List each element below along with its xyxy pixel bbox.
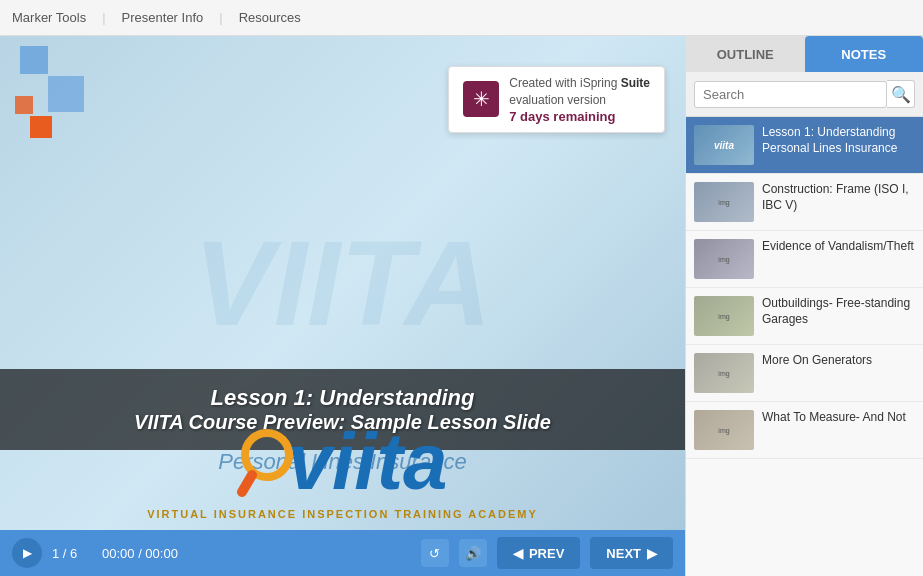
- watermark-box: ✳ Created with iSpring Suite evaluation …: [448, 66, 665, 133]
- svg-line-1: [242, 475, 252, 492]
- next-chevron: ▶: [647, 546, 657, 561]
- slide-canvas: ✳ Created with iSpring Suite evaluation …: [0, 36, 685, 530]
- lesson-label-2: Construction: Frame (ISO I, IBC V): [762, 182, 915, 213]
- next-label: NEXT: [606, 546, 641, 561]
- lesson-list: viita Lesson 1: Understanding Personal L…: [686, 117, 923, 576]
- refresh-button[interactable]: ↺: [421, 539, 449, 567]
- search-button[interactable]: 🔍: [887, 80, 915, 108]
- search-bar: 🔍: [686, 72, 923, 117]
- resources-link[interactable]: Resources: [239, 10, 301, 25]
- lesson-item-2[interactable]: img Construction: Frame (ISO I, IBC V): [686, 174, 923, 231]
- outline-tab[interactable]: OUTLINE: [686, 36, 805, 72]
- watermark-line1: Created with iSpring Suite: [509, 75, 650, 92]
- right-panel: OUTLINE NOTES 🔍 viita Lesson 1: Understa…: [685, 36, 923, 576]
- presenter-info-link[interactable]: Presenter Info: [122, 10, 204, 25]
- marker-tools-link[interactable]: Marker Tools: [12, 10, 86, 25]
- play-button[interactable]: ▶: [12, 538, 42, 568]
- lesson-thumb-5: img: [694, 353, 754, 393]
- slide-title1: Lesson 1: Understanding: [20, 385, 665, 411]
- lesson-thumb-2: img: [694, 182, 754, 222]
- viita-tagline: VIRTUAL INSURANCE INSPECTION TRAINING AC…: [147, 508, 538, 520]
- top-bar: Marker Tools | Presenter Info | Resource…: [0, 0, 923, 36]
- viita-watermark: VIITA: [194, 214, 492, 352]
- sep1: |: [102, 10, 105, 25]
- watermark-line2: evaluation version: [509, 92, 650, 109]
- lesson-item-5[interactable]: img More On Generators: [686, 345, 923, 402]
- lesson-label-5: More On Generators: [762, 353, 915, 369]
- prev-label: PREV: [529, 546, 564, 561]
- lesson-thumb-6: img: [694, 410, 754, 450]
- lesson-thumb-3: img: [694, 239, 754, 279]
- slide-counter: 1 / 6: [52, 546, 92, 561]
- search-icon: 🔍: [891, 85, 911, 104]
- lesson-thumb-1: viita: [694, 125, 754, 165]
- lesson-thumb-4: img: [694, 296, 754, 336]
- main-container: ✳ Created with iSpring Suite evaluation …: [0, 36, 923, 576]
- lesson-label-3: Evidence of Vandalism/Theft: [762, 239, 915, 255]
- magnifier-icon: [237, 420, 297, 500]
- lesson-label-6: What To Measure- And Not: [762, 410, 915, 426]
- sep2: |: [219, 10, 222, 25]
- slide-area: ✳ Created with iSpring Suite evaluation …: [0, 36, 685, 576]
- lesson-label-1: Lesson 1: Understanding Personal Lines I…: [762, 125, 915, 156]
- watermark-text-block: Created with iSpring Suite evaluation ve…: [509, 75, 650, 124]
- notes-tab[interactable]: NOTES: [805, 36, 924, 72]
- lesson-label-4: Outbuildings- Free-standing Garages: [762, 296, 915, 327]
- prev-chevron: ◀: [513, 546, 523, 561]
- time-display: 00:00 / 00:00: [102, 546, 192, 561]
- lesson-item-6[interactable]: img What To Measure- And Not: [686, 402, 923, 459]
- search-input[interactable]: [694, 81, 887, 108]
- prev-button[interactable]: ◀ PREV: [497, 537, 580, 569]
- viita-logo-text: viita: [287, 416, 447, 508]
- lesson-item-3[interactable]: img Evidence of Vandalism/Theft: [686, 231, 923, 288]
- viita-logo: viita VIRTUAL INSURANCE INSPECTION TRAIN…: [0, 416, 685, 530]
- ispring-symbol: ✳: [473, 87, 490, 111]
- playback-bar: ▶ 1 / 6 00:00 / 00:00 ↺ 🔊 ◀ PREV NEXT ▶: [0, 530, 685, 576]
- ispring-icon: ✳: [463, 81, 499, 117]
- lesson-item-1[interactable]: viita Lesson 1: Understanding Personal L…: [686, 117, 923, 174]
- watermark-days: 7 days remaining: [509, 109, 650, 124]
- volume-button[interactable]: 🔊: [459, 539, 487, 567]
- lesson-item-4[interactable]: img Outbuildings- Free-standing Garages: [686, 288, 923, 345]
- next-button[interactable]: NEXT ▶: [590, 537, 673, 569]
- tab-header: OUTLINE NOTES: [686, 36, 923, 72]
